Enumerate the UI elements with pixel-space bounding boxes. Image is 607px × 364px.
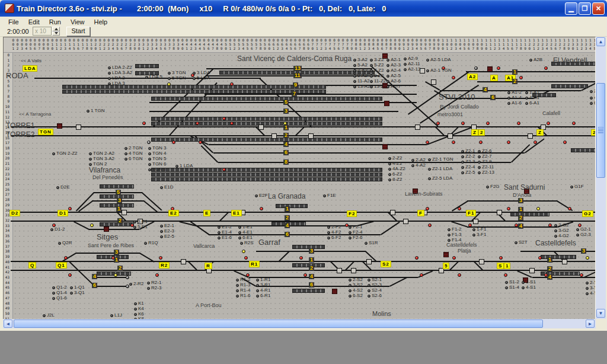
signal-label[interactable]: Z2-6	[478, 149, 491, 154]
signal[interactable]	[544, 66, 548, 70]
signal[interactable]	[428, 223, 432, 227]
signal-label[interactable]: A2-4	[386, 68, 401, 73]
signal-label[interactable]: 3-T	[586, 286, 595, 290]
signal-label[interactable]: A2-1 TGN	[426, 68, 452, 73]
signal-label[interactable]: TGN 3-A2	[89, 157, 114, 161]
signal-label[interactable]: R2-3	[147, 286, 161, 290]
scroll-down-button[interactable]: ▼	[596, 309, 605, 318]
signal-label[interactable]: 3-E1	[133, 219, 148, 224]
signal[interactable]	[142, 122, 146, 125]
signal[interactable]	[172, 141, 175, 144]
signal-label[interactable]: LDA 5	[145, 75, 162, 79]
signal-label[interactable]: Z2-4	[461, 165, 475, 170]
signal[interactable]	[507, 141, 510, 144]
signal-label[interactable]: 5-Z2	[370, 63, 384, 68]
signal-label[interactable]: A1-2	[507, 90, 522, 95]
signal-label[interactable]: F2G	[486, 184, 500, 189]
switch[interactable]	[337, 268, 342, 273]
signal-label[interactable]: S2-4	[368, 288, 382, 293]
signal-label[interactable]: 6-A1	[525, 101, 539, 106]
switch[interactable]	[76, 124, 81, 130]
signal-label[interactable]: LDA 3-A2	[108, 71, 132, 75]
signal[interactable]	[199, 141, 202, 144]
signal[interactable]	[458, 207, 461, 210]
signal-label[interactable]: 4-A1	[525, 95, 539, 100]
signal-label[interactable]: 4-R1	[256, 288, 270, 293]
signal-label[interactable]: 3-R1	[256, 283, 270, 288]
signal-label[interactable]: Z2-5 LDA	[428, 176, 452, 181]
start-button[interactable]: Start	[66, 27, 90, 36]
signal-label[interactable]: 2-A2	[411, 158, 426, 162]
signal-label[interactable]: E2-5	[160, 234, 174, 239]
signal-label[interactable]: 6-Z2	[388, 172, 402, 177]
signal-label[interactable]: F1E	[323, 193, 336, 198]
signal-label[interactable]: 1 LDA	[175, 164, 193, 168]
signal[interactable]	[304, 273, 307, 277]
signal[interactable]	[499, 256, 503, 260]
switch[interactable]	[308, 133, 314, 139]
switch[interactable]	[122, 210, 127, 215]
signal-label[interactable]: J2L	[43, 313, 55, 318]
stepper-down-icon[interactable]	[52, 31, 60, 36]
signal[interactable]	[222, 168, 226, 171]
signal[interactable]	[580, 273, 583, 277]
switch[interactable]	[415, 124, 420, 130]
signal-label[interactable]: 2	[590, 89, 595, 94]
signal[interactable]	[517, 122, 520, 125]
signal[interactable]	[114, 273, 117, 277]
close-button[interactable]: ✕	[592, 2, 605, 15]
signal-label[interactable]: R1-6	[236, 293, 250, 298]
switch[interactable]	[271, 133, 277, 139]
signal[interactable]	[507, 207, 510, 210]
scroll-right-button[interactable]: ►	[586, 320, 595, 328]
menu-edit[interactable]: Edit	[24, 18, 44, 26]
signal-label[interactable]: LDA 2	[108, 76, 125, 81]
signal[interactable]	[64, 256, 68, 260]
signal-label[interactable]: F1-3	[448, 232, 461, 237]
signal[interactable]	[415, 256, 418, 260]
signal-label[interactable]: G2-1	[576, 227, 591, 232]
signal-label[interactable]: 6 TGN	[124, 157, 142, 161]
signal-label[interactable]: S2-3	[368, 283, 382, 288]
signal[interactable]	[230, 82, 234, 86]
signal-label[interactable]: Z2-9	[478, 159, 491, 164]
signal-label[interactable]: R1-2	[236, 277, 250, 282]
vertical-scrollbar[interactable]	[596, 37, 606, 319]
switch[interactable]	[529, 268, 535, 273]
switch[interactable]	[497, 210, 502, 215]
signal[interactable]	[547, 122, 550, 125]
switch[interactable]	[258, 124, 264, 130]
signal-label[interactable]: A2-11	[404, 62, 420, 66]
switch[interactable]	[390, 210, 395, 215]
signal-label[interactable]: A2-6	[386, 79, 401, 84]
signal-label[interactable]: 6-S2	[349, 293, 363, 298]
signal-label[interactable]: R2S	[240, 241, 254, 245]
signal-label[interactable]: Q1-4	[52, 290, 67, 295]
signal[interactable]	[479, 141, 483, 144]
signal-label[interactable]: TGN 5	[148, 157, 167, 161]
signal-label[interactable]: Z2-5	[461, 170, 475, 175]
signal-label[interactable]: G1F	[570, 184, 584, 189]
signal-label[interactable]: 1-Q1	[70, 285, 85, 290]
signal[interactable]	[586, 256, 589, 260]
signal[interactable]	[461, 122, 465, 125]
signal[interactable]	[452, 256, 456, 260]
signal-label[interactable]: A2-7	[386, 84, 401, 89]
signal[interactable]	[468, 223, 472, 227]
signal-label[interactable]: 2-R2	[129, 282, 143, 286]
signal-label[interactable]: E1-2	[218, 225, 232, 229]
signal[interactable]	[474, 66, 478, 70]
signal[interactable]	[497, 66, 500, 70]
signal-label[interactable]: 1 TGN	[87, 108, 104, 113]
signal-label[interactable]: F1-2	[448, 227, 461, 232]
signal-label[interactable]: 9-A2	[353, 74, 368, 78]
signal[interactable]	[222, 117, 226, 120]
signal[interactable]	[452, 141, 455, 144]
signal-label[interactable]: 3-G2	[554, 228, 569, 233]
signal-label[interactable]: A2-13	[404, 67, 420, 72]
signal-label[interactable]: E2F	[255, 193, 268, 198]
signal-label[interactable]: A2-9	[404, 56, 418, 61]
menu-file[interactable]: File	[4, 18, 24, 26]
signal-label[interactable]: Q1-2	[52, 285, 67, 290]
switch[interactable]	[448, 133, 453, 139]
